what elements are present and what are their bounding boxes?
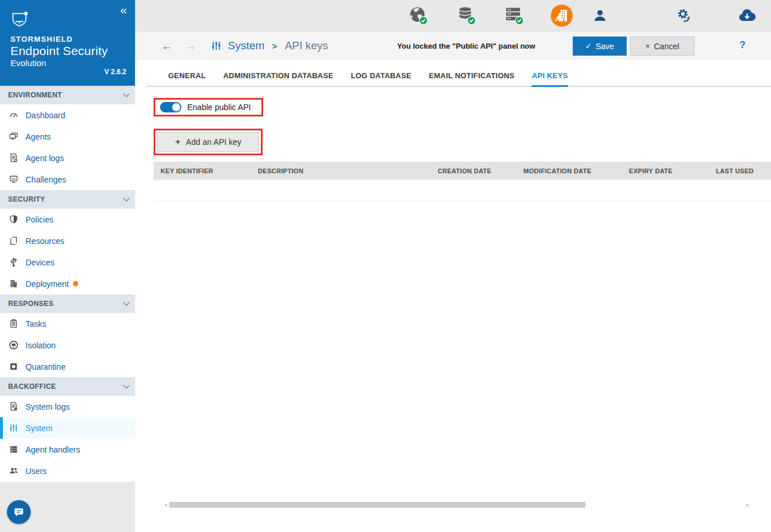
chevron-down-icon	[123, 90, 129, 97]
sidebar-section-environment[interactable]: ENVIRONMENT	[0, 86, 135, 104]
sidebar-nav: ENVIRONMENT Dashboard Agents Agent logs …	[0, 86, 135, 482]
column-header-last-used[interactable]: LAST USED	[709, 167, 771, 174]
sidebar-item-label: System	[26, 424, 53, 433]
close-icon: ×	[645, 42, 650, 50]
toggle-label: Enable public API	[187, 103, 251, 112]
scrollbar-thumb[interactable]	[169, 502, 585, 508]
cloud-download-icon[interactable]	[737, 6, 757, 28]
column-header-description[interactable]: DESCRIPTION	[251, 167, 431, 174]
user-account-icon[interactable]	[592, 8, 608, 25]
stormshield-logo-icon	[10, 10, 28, 30]
document-gear-icon	[8, 402, 19, 412]
sidebar-collapse-icon[interactable]: «	[120, 2, 127, 17]
main-area: ← → System > API keys You locked the "Pu…	[135, 0, 771, 532]
services-gear-icon[interactable]	[675, 7, 693, 27]
clipboard-icon	[8, 319, 19, 329]
add-api-key-label: Add an API key	[186, 137, 242, 147]
section-label: BACKOFFICE	[8, 382, 56, 391]
save-button[interactable]: ✓ Save	[573, 37, 627, 56]
sidebar-item-users[interactable]: Users	[0, 460, 135, 482]
back-arrow-icon[interactable]: ←	[161, 40, 173, 52]
scroll-right-arrow-icon[interactable]: ▸	[746, 502, 749, 508]
sidebar-item-tasks[interactable]: Tasks	[0, 313, 135, 334]
table-header-row: KEY IDENTIFIER DESCRIPTION CREATION DATE…	[154, 162, 771, 180]
sidebar-item-devices[interactable]: Devices	[0, 252, 135, 273]
cancel-button-label: Cancel	[654, 42, 679, 51]
table-empty-row	[154, 180, 771, 201]
column-header-expiry-date[interactable]: EXPIRY DATE	[622, 167, 709, 174]
product-edition: Evolution	[10, 58, 126, 68]
sidebar-footer	[0, 482, 135, 532]
sidebar-section-responses[interactable]: RESPONSES	[0, 294, 135, 313]
sidebar-item-label: Agent handlers	[26, 445, 80, 454]
sidebar-item-label: Tasks	[26, 319, 46, 329]
forward-arrow-icon[interactable]: →	[184, 40, 196, 52]
sliders-icon	[8, 423, 19, 433]
sidebar-item-deployment[interactable]: Deployment	[0, 273, 135, 294]
sidebar-item-label: Policies	[26, 215, 53, 224]
isolation-circle-icon	[8, 340, 19, 351]
column-header-key-identifier[interactable]: KEY IDENTIFIER	[154, 167, 251, 174]
server-status-icon[interactable]	[504, 5, 525, 28]
product-name: Endpoint Security	[10, 44, 126, 58]
tab-strip: GENERAL ADMINISTRATION DATABASE LOG DATA…	[135, 60, 771, 87]
sidebar-item-label: Agents	[26, 132, 51, 141]
sidebar-item-challenges[interactable]: Challenges	[0, 169, 135, 190]
globe-status-icon[interactable]	[408, 5, 429, 28]
tab-log-database[interactable]: LOG DATABASE	[351, 60, 411, 87]
breadcrumb-current: API keys	[285, 39, 328, 52]
sidebar-item-agents[interactable]: Agents	[0, 126, 135, 147]
tab-api-keys[interactable]: API KEYS	[532, 60, 568, 87]
sidebar-item-isolation[interactable]: Isolation	[0, 334, 135, 356]
sidebar-item-system[interactable]: System	[0, 417, 135, 439]
breadcrumb-parent[interactable]: System	[228, 39, 264, 52]
sidebar: « STORMSHIELD Endpoint Security Evolutio…	[0, 0, 135, 532]
chat-feedback-button[interactable]	[7, 500, 31, 524]
sidebar-header: « STORMSHIELD Endpoint Security Evolutio…	[0, 0, 135, 86]
column-header-creation-date[interactable]: CREATION DATE	[431, 167, 517, 174]
sidebar-item-system-logs[interactable]: System logs	[0, 396, 135, 417]
status-topbar	[135, 0, 771, 32]
sidebar-item-policies[interactable]: Policies	[0, 209, 135, 230]
brand-name: STORMSHIELD	[10, 35, 126, 43]
sidebar-item-quarantine[interactable]: Quarantine	[0, 356, 135, 377]
users-icon	[8, 466, 19, 476]
breadcrumb-row: ← → System > API keys You locked the "Pu…	[135, 32, 771, 60]
document-shield-icon	[8, 153, 19, 163]
check-icon: ✓	[585, 42, 592, 50]
section-label: RESPONSES	[8, 300, 53, 308]
sliders-icon	[210, 40, 222, 52]
quarantine-bug-icon	[8, 362, 19, 372]
sidebar-item-agent-handlers[interactable]: Agent handlers	[0, 439, 135, 460]
tab-general[interactable]: GENERAL	[168, 60, 206, 87]
section-label: ENVIRONMENT	[8, 91, 62, 99]
sidebar-section-backoffice[interactable]: BACKOFFICE	[0, 377, 135, 396]
sidebar-item-label: Challenges	[26, 175, 66, 184]
horizontal-scrollbar: ◂ ▸	[164, 501, 749, 508]
add-api-key-button[interactable]: + Add an API key	[157, 132, 259, 152]
help-button[interactable]: ?	[740, 39, 745, 51]
monitors-icon	[8, 132, 19, 142]
monitor-message-icon	[8, 174, 19, 185]
enable-public-api-toggle[interactable]	[160, 102, 181, 112]
sidebar-section-security[interactable]: SECURITY	[0, 190, 135, 209]
column-header-modification-date[interactable]: MODIFICATION DATE	[517, 167, 622, 174]
sidebar-item-agent-logs[interactable]: Agent logs	[0, 147, 135, 169]
console-switch-icon[interactable]	[550, 4, 573, 30]
chevron-down-icon	[123, 382, 129, 388]
sidebar-item-label: Deployment	[26, 279, 69, 289]
sidebar-item-resources[interactable]: Resources	[0, 230, 135, 252]
sidebar-item-label: Users	[26, 467, 47, 476]
scroll-left-arrow-icon[interactable]: ◂	[164, 502, 167, 508]
sidebar-item-label: System logs	[26, 402, 70, 411]
sidebar-item-dashboard[interactable]: Dashboard	[0, 104, 135, 126]
database-status-icon[interactable]	[456, 5, 477, 28]
breadcrumb-separator: >	[272, 41, 277, 51]
api-keys-table: KEY IDENTIFIER DESCRIPTION CREATION DATE…	[154, 162, 771, 201]
annotation-box-add-button: + Add an API key	[154, 129, 263, 155]
tab-email-notifications[interactable]: EMAIL NOTIFICATIONS	[429, 60, 515, 87]
tab-administration-database[interactable]: ADMINISTRATION DATABASE	[223, 60, 333, 87]
gauge-icon	[8, 110, 19, 121]
usb-icon	[8, 257, 19, 268]
cancel-button[interactable]: × Cancel	[630, 37, 694, 56]
